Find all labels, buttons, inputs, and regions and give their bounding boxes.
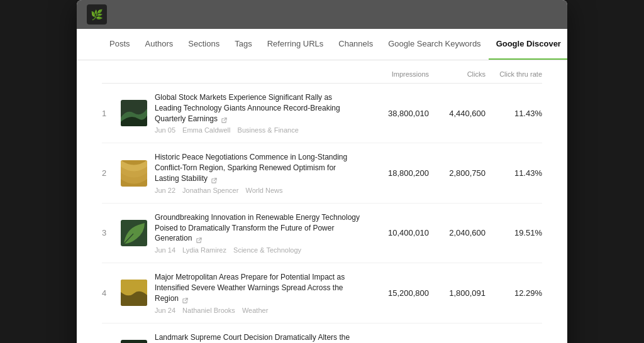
row-rank: 3 [102, 228, 121, 237]
article-info: Global Stock Markets Experience Signific… [155, 92, 360, 134]
table-row: 4 Major Metropolitan Areas Prepare for P… [102, 263, 542, 323]
nav-authors[interactable]: Authors [138, 29, 181, 60]
clicks-value: 4,440,600 [429, 109, 486, 118]
article-author: Lydia Ramirez [182, 246, 226, 254]
main-window: 🌿 Posts Authors Sections Tags Referring … [77, 0, 567, 343]
external-link-icon[interactable] [182, 296, 189, 302]
article-section: Science & Technology [233, 246, 301, 254]
logo: 🌿 [87, 4, 107, 24]
article-author: Emma Caldwell [182, 126, 230, 134]
impressions-value: 10,400,010 [360, 228, 429, 237]
article-thumbnail [121, 100, 147, 126]
ctr-value: 11.43% [486, 109, 542, 118]
article-author: Nathaniel Brooks [182, 307, 235, 314]
article-section: World News [245, 187, 282, 194]
external-link-icon[interactable] [196, 236, 203, 242]
article-thumbnail [121, 280, 147, 306]
external-link-icon[interactable] [221, 116, 228, 122]
row-rank: 1 [102, 109, 121, 118]
article-title[interactable]: Historic Peace Negotiations Commence in … [155, 152, 360, 183]
article-info: Landmark Supreme Court Decision Dramatic… [155, 332, 360, 343]
impressions-header: Impressions [360, 70, 429, 78]
external-link-icon[interactable] [211, 176, 218, 182]
table-row: 5 Landmark Supreme Court Decision Dramat… [102, 324, 542, 343]
article-date: Jun 05 [155, 126, 175, 134]
article-thumbnail [121, 340, 147, 343]
article-section: Business & Finance [238, 126, 299, 134]
table-row: 3 Groundbreaking Innovation in Renewable… [102, 204, 542, 263]
nav-posts[interactable]: Posts [102, 29, 138, 60]
article-title[interactable]: Landmark Supreme Court Decision Dramatic… [155, 332, 360, 343]
table-header: Impressions Clicks Click thru rate [102, 60, 542, 84]
content-area: Impressions Clicks Click thru rate 1 Glo… [77, 60, 567, 343]
nav-referring-urls[interactable]: Referring URLs [260, 29, 331, 60]
logo-icon: 🌿 [91, 9, 103, 21]
article-title[interactable]: Major Metropolitan Areas Prepare for Pot… [155, 272, 360, 303]
article-info: Historic Peace Negotiations Commence in … [155, 152, 360, 193]
article-title[interactable]: Global Stock Markets Experience Signific… [155, 92, 360, 124]
article-thumbnail [121, 160, 147, 187]
nav-channels[interactable]: Channels [331, 29, 380, 60]
titlebar: 🌿 [77, 0, 567, 29]
article-meta: Jun 14 Lydia Ramirez Science & Technolog… [155, 246, 360, 254]
article-meta: Jun 22 Jonathan Spencer World News [155, 187, 360, 194]
article-info: Major Metropolitan Areas Prepare for Pot… [155, 272, 360, 313]
article-date: Jun 14 [155, 246, 175, 254]
nav-google-discover[interactable]: Google Discover [489, 29, 567, 60]
article-date: Jun 22 [155, 187, 175, 194]
ctr-value: 12.29% [486, 288, 542, 298]
clicks-value: 2,800,750 [429, 168, 486, 178]
row-rank: 4 [102, 288, 121, 298]
nav-sections[interactable]: Sections [180, 29, 227, 60]
nav-bar: Posts Authors Sections Tags Referring UR… [77, 29, 567, 60]
svg-rect-4 [121, 340, 147, 343]
table-row: 1 Global Stock Markets Experience Signif… [102, 84, 542, 143]
article-info: Groundbreaking Innovation in Renewable E… [155, 212, 360, 254]
article-section: Weather [242, 307, 268, 314]
clicks-value: 2,040,600 [429, 228, 486, 237]
article-meta: Jun 24 Nathaniel Brooks Weather [155, 307, 360, 314]
article-title[interactable]: Groundbreaking Innovation in Renewable E… [155, 212, 360, 244]
article-thumbnail [121, 220, 147, 246]
article-meta: Jun 05 Emma Caldwell Business & Finance [155, 126, 360, 134]
clicks-header: Clicks [429, 70, 486, 78]
nav-google-search-keywords[interactable]: Google Search Keywords [380, 29, 488, 60]
article-date: Jun 24 [155, 307, 175, 314]
ctr-header: Click thru rate [486, 70, 542, 78]
article-author: Jonathan Spencer [182, 187, 238, 194]
row-rank: 2 [102, 168, 121, 178]
impressions-value: 18,800,200 [360, 168, 429, 178]
impressions-value: 15,200,800 [360, 288, 429, 298]
table-body: 1 Global Stock Markets Experience Signif… [102, 84, 542, 343]
nav-tags[interactable]: Tags [227, 29, 259, 60]
ctr-value: 19.51% [486, 228, 542, 237]
impressions-value: 38,800,010 [360, 109, 429, 118]
table-row: 2 Historic Peace Negotiations Commence i… [102, 143, 542, 203]
ctr-value: 11.43% [486, 168, 542, 178]
clicks-value: 1,800,091 [429, 288, 486, 298]
